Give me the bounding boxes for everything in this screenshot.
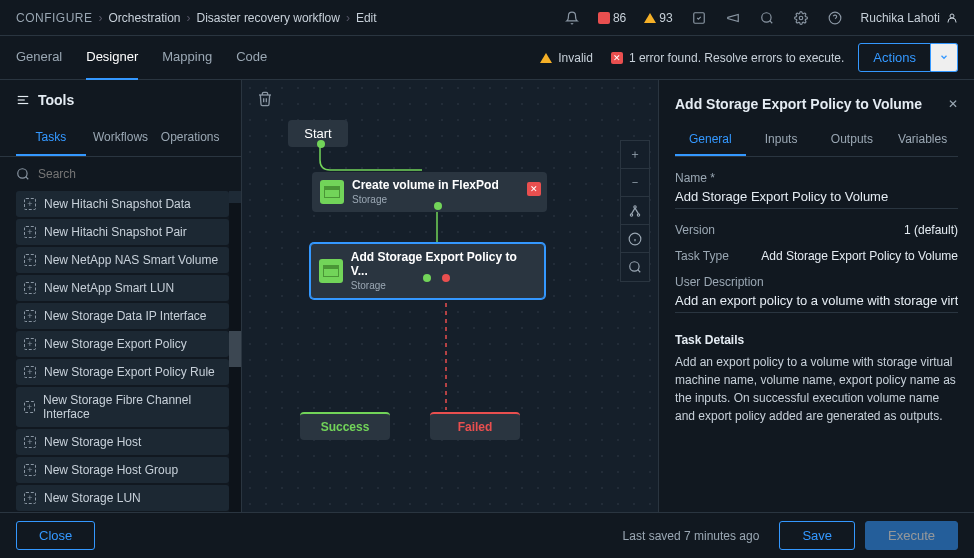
tools-tabs: Tasks Workflows Operations bbox=[0, 120, 241, 157]
task-item[interactable]: +New Storage Export Policy bbox=[16, 331, 229, 357]
bc-edit[interactable]: Edit bbox=[356, 11, 377, 25]
save-button[interactable]: Save bbox=[779, 521, 855, 550]
task-label: New Storage LUN bbox=[44, 491, 141, 505]
connector-dot[interactable] bbox=[434, 202, 442, 210]
sidetab-variables[interactable]: Variables bbox=[887, 124, 958, 156]
fit-view[interactable] bbox=[621, 197, 649, 225]
tasktype-value: Add Storage Export Policy to Volume bbox=[761, 249, 958, 263]
add-icon: + bbox=[24, 338, 36, 350]
svg-point-3 bbox=[799, 16, 803, 20]
storage-icon bbox=[319, 259, 343, 283]
task-label: New NetApp Smart LUN bbox=[44, 281, 174, 295]
task-item[interactable]: +New Storage Host bbox=[16, 429, 229, 455]
version-label: Version bbox=[675, 223, 715, 237]
version-value: 1 (default) bbox=[904, 223, 958, 237]
alert-red-badge[interactable]: 86 bbox=[598, 11, 626, 25]
tooltab-workflows[interactable]: Workflows bbox=[86, 120, 156, 156]
actions-button[interactable]: Actions bbox=[858, 43, 931, 72]
breadcrumb: CONFIGURE › Orchestration › Disaster rec… bbox=[16, 11, 564, 25]
tab-general[interactable]: General bbox=[16, 35, 62, 80]
subbar: General Designer Mapping Code Invalid ✕1… bbox=[0, 36, 974, 80]
warning-icon bbox=[540, 53, 552, 63]
task-item[interactable]: +New Storage Host Group bbox=[16, 457, 229, 483]
tools-panel: Tools Tasks Workflows Operations +New Hi… bbox=[0, 80, 242, 512]
zoom-out[interactable]: － bbox=[621, 169, 649, 197]
connector-dot[interactable] bbox=[317, 140, 325, 148]
tab-designer[interactable]: Designer bbox=[86, 35, 138, 80]
gear-icon[interactable] bbox=[793, 10, 809, 26]
node-add-storage-export[interactable]: Add Storage Export Policy to V...Storage bbox=[310, 243, 545, 299]
error-icon: ✕ bbox=[611, 52, 623, 64]
side-title: Add Storage Export Policy to Volume bbox=[675, 96, 922, 112]
actions-group: Actions bbox=[844, 43, 958, 72]
connector-fail-dot[interactable] bbox=[442, 274, 450, 282]
help-icon[interactable] bbox=[827, 10, 843, 26]
search-canvas[interactable] bbox=[621, 253, 649, 281]
task-item[interactable]: +New NetApp NAS Smart Volume bbox=[16, 247, 229, 273]
node-create-volume[interactable]: Create volume in FlexPodStorage ✕ bbox=[312, 172, 547, 212]
trash-icon[interactable] bbox=[254, 88, 276, 110]
task-item[interactable]: +New Storage Data IP Interface bbox=[16, 303, 229, 329]
user-menu[interactable]: Ruchika Lahoti bbox=[861, 11, 958, 25]
tooltab-tasks[interactable]: Tasks bbox=[16, 120, 86, 156]
bell-icon[interactable] bbox=[564, 10, 580, 26]
chevron-right-icon: › bbox=[346, 11, 350, 25]
alert-yellow-badge[interactable]: 93 bbox=[644, 11, 672, 25]
sidetab-outputs[interactable]: Outputs bbox=[817, 124, 888, 156]
task-item[interactable]: +New Hitachi Snapshot Data bbox=[16, 191, 229, 217]
desc-input[interactable]: Add an export policy to a volume with st… bbox=[675, 293, 958, 313]
bc-configure[interactable]: CONFIGURE bbox=[16, 11, 93, 25]
last-saved: Last saved 7 minutes ago bbox=[623, 529, 760, 543]
add-icon: + bbox=[24, 198, 36, 210]
add-icon: + bbox=[24, 436, 36, 448]
task-item[interactable]: +New Hitachi Snapshot Pair bbox=[16, 219, 229, 245]
task-item[interactable]: +New Storage Fibre Channel Interface bbox=[16, 387, 229, 427]
bc-orchestration[interactable]: Orchestration bbox=[109, 11, 181, 25]
svg-line-2 bbox=[769, 20, 772, 23]
bc-workflow[interactable]: Disaster recovery workflow bbox=[197, 11, 340, 25]
task-icon[interactable] bbox=[691, 10, 707, 26]
svg-line-15 bbox=[632, 208, 636, 214]
tab-code[interactable]: Code bbox=[236, 35, 267, 80]
side-tabs: General Inputs Outputs Variables bbox=[675, 124, 958, 157]
task-label: New Storage Export Policy bbox=[44, 337, 187, 351]
scroll-up[interactable] bbox=[229, 191, 241, 203]
zoom-in[interactable]: ＋ bbox=[621, 141, 649, 169]
tab-mapping[interactable]: Mapping bbox=[162, 35, 212, 80]
tooltab-operations[interactable]: Operations bbox=[155, 120, 225, 156]
node-failed[interactable]: Failed bbox=[430, 412, 520, 440]
add-icon: + bbox=[24, 401, 35, 413]
sidetab-general[interactable]: General bbox=[675, 124, 746, 156]
task-label: New Hitachi Snapshot Pair bbox=[44, 225, 187, 239]
sidetab-inputs[interactable]: Inputs bbox=[746, 124, 817, 156]
node-success[interactable]: Success bbox=[300, 412, 390, 440]
designer-canvas[interactable]: Start Create volume in FlexPodStorage ✕ … bbox=[242, 80, 658, 512]
close-icon[interactable]: ✕ bbox=[948, 97, 958, 111]
search-icon[interactable] bbox=[759, 10, 775, 26]
help-canvas[interactable] bbox=[621, 225, 649, 253]
task-item[interactable]: +New Storage Export Policy Rule bbox=[16, 359, 229, 385]
task-item[interactable]: +New NetApp Smart LUN bbox=[16, 275, 229, 301]
search-input[interactable] bbox=[38, 167, 225, 181]
scrollbar[interactable] bbox=[229, 191, 241, 512]
alert-invalid: Invalid bbox=[540, 51, 593, 65]
actions-dropdown[interactable] bbox=[931, 43, 958, 72]
node-error-badge[interactable]: ✕ bbox=[527, 182, 541, 196]
svg-point-20 bbox=[630, 262, 639, 271]
panel-icon[interactable] bbox=[16, 93, 30, 107]
name-label: Name * bbox=[675, 171, 958, 185]
details-body: Add an export policy to a volume with st… bbox=[675, 353, 958, 425]
task-item[interactable]: +New Storage LUN bbox=[16, 485, 229, 511]
name-input[interactable]: Add Storage Export Policy to Volume bbox=[675, 189, 958, 209]
desc-label: User Description bbox=[675, 275, 958, 289]
scroll-thumb[interactable] bbox=[229, 331, 241, 367]
zoom-controls: ＋ － bbox=[620, 140, 650, 282]
close-button[interactable]: Close bbox=[16, 521, 95, 550]
tools-search bbox=[0, 157, 241, 191]
search-icon bbox=[16, 167, 30, 181]
execute-button[interactable]: Execute bbox=[865, 521, 958, 550]
task-list: +New Hitachi Snapshot Data+New Hitachi S… bbox=[0, 191, 241, 512]
connector-success-dot[interactable] bbox=[423, 274, 431, 282]
add-icon: + bbox=[24, 226, 36, 238]
announce-icon[interactable] bbox=[725, 10, 741, 26]
